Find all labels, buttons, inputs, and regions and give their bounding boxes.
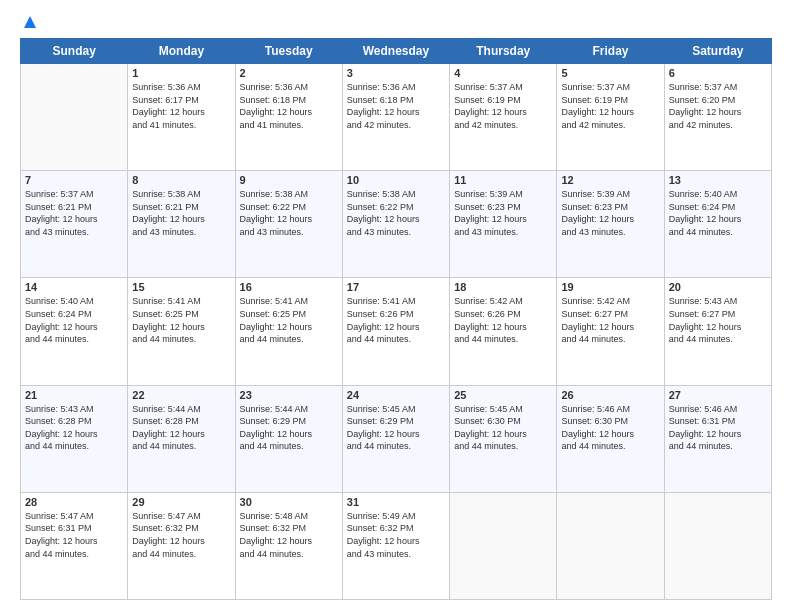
day-info: Sunrise: 5:45 AMSunset: 6:29 PMDaylight:… bbox=[347, 403, 445, 453]
day-info: Sunrise: 5:41 AMSunset: 6:26 PMDaylight:… bbox=[347, 295, 445, 345]
day-number: 19 bbox=[561, 281, 659, 293]
calendar-header-tuesday: Tuesday bbox=[235, 39, 342, 64]
day-info: Sunrise: 5:49 AMSunset: 6:32 PMDaylight:… bbox=[347, 510, 445, 560]
day-number: 14 bbox=[25, 281, 123, 293]
day-info: Sunrise: 5:43 AMSunset: 6:28 PMDaylight:… bbox=[25, 403, 123, 453]
calendar-cell: 6Sunrise: 5:37 AMSunset: 6:20 PMDaylight… bbox=[664, 64, 771, 171]
calendar-cell: 25Sunrise: 5:45 AMSunset: 6:30 PMDayligh… bbox=[450, 385, 557, 492]
calendar-week-row: 14Sunrise: 5:40 AMSunset: 6:24 PMDayligh… bbox=[21, 278, 772, 385]
day-number: 2 bbox=[240, 67, 338, 79]
day-number: 27 bbox=[669, 389, 767, 401]
calendar-header-friday: Friday bbox=[557, 39, 664, 64]
calendar-cell: 28Sunrise: 5:47 AMSunset: 6:31 PMDayligh… bbox=[21, 492, 128, 599]
day-info: Sunrise: 5:39 AMSunset: 6:23 PMDaylight:… bbox=[454, 188, 552, 238]
day-info: Sunrise: 5:38 AMSunset: 6:22 PMDaylight:… bbox=[240, 188, 338, 238]
day-number: 23 bbox=[240, 389, 338, 401]
calendar-header-sunday: Sunday bbox=[21, 39, 128, 64]
calendar-cell: 8Sunrise: 5:38 AMSunset: 6:21 PMDaylight… bbox=[128, 171, 235, 278]
day-number: 25 bbox=[454, 389, 552, 401]
day-info: Sunrise: 5:38 AMSunset: 6:22 PMDaylight:… bbox=[347, 188, 445, 238]
calendar-header-thursday: Thursday bbox=[450, 39, 557, 64]
day-info: Sunrise: 5:45 AMSunset: 6:30 PMDaylight:… bbox=[454, 403, 552, 453]
day-info: Sunrise: 5:42 AMSunset: 6:27 PMDaylight:… bbox=[561, 295, 659, 345]
calendar-cell: 12Sunrise: 5:39 AMSunset: 6:23 PMDayligh… bbox=[557, 171, 664, 278]
day-info: Sunrise: 5:44 AMSunset: 6:28 PMDaylight:… bbox=[132, 403, 230, 453]
calendar-cell: 10Sunrise: 5:38 AMSunset: 6:22 PMDayligh… bbox=[342, 171, 449, 278]
day-info: Sunrise: 5:37 AMSunset: 6:19 PMDaylight:… bbox=[454, 81, 552, 131]
calendar-cell: 19Sunrise: 5:42 AMSunset: 6:27 PMDayligh… bbox=[557, 278, 664, 385]
day-info: Sunrise: 5:41 AMSunset: 6:25 PMDaylight:… bbox=[132, 295, 230, 345]
calendar-cell: 3Sunrise: 5:36 AMSunset: 6:18 PMDaylight… bbox=[342, 64, 449, 171]
calendar-cell: 31Sunrise: 5:49 AMSunset: 6:32 PMDayligh… bbox=[342, 492, 449, 599]
day-info: Sunrise: 5:36 AMSunset: 6:18 PMDaylight:… bbox=[347, 81, 445, 131]
calendar-cell: 26Sunrise: 5:46 AMSunset: 6:30 PMDayligh… bbox=[557, 385, 664, 492]
day-number: 31 bbox=[347, 496, 445, 508]
day-info: Sunrise: 5:44 AMSunset: 6:29 PMDaylight:… bbox=[240, 403, 338, 453]
calendar-header-saturday: Saturday bbox=[664, 39, 771, 64]
calendar-cell: 4Sunrise: 5:37 AMSunset: 6:19 PMDaylight… bbox=[450, 64, 557, 171]
calendar-cell: 20Sunrise: 5:43 AMSunset: 6:27 PMDayligh… bbox=[664, 278, 771, 385]
day-number: 6 bbox=[669, 67, 767, 79]
calendar-cell: 13Sunrise: 5:40 AMSunset: 6:24 PMDayligh… bbox=[664, 171, 771, 278]
day-number: 18 bbox=[454, 281, 552, 293]
day-number: 5 bbox=[561, 67, 659, 79]
day-info: Sunrise: 5:36 AMSunset: 6:18 PMDaylight:… bbox=[240, 81, 338, 131]
day-info: Sunrise: 5:39 AMSunset: 6:23 PMDaylight:… bbox=[561, 188, 659, 238]
logo bbox=[20, 16, 38, 28]
calendar-cell: 30Sunrise: 5:48 AMSunset: 6:32 PMDayligh… bbox=[235, 492, 342, 599]
calendar-cell: 22Sunrise: 5:44 AMSunset: 6:28 PMDayligh… bbox=[128, 385, 235, 492]
page: SundayMondayTuesdayWednesdayThursdayFrid… bbox=[0, 0, 792, 612]
day-number: 29 bbox=[132, 496, 230, 508]
calendar-week-row: 28Sunrise: 5:47 AMSunset: 6:31 PMDayligh… bbox=[21, 492, 772, 599]
day-number: 15 bbox=[132, 281, 230, 293]
calendar-cell: 29Sunrise: 5:47 AMSunset: 6:32 PMDayligh… bbox=[128, 492, 235, 599]
header bbox=[20, 16, 772, 28]
calendar-cell: 2Sunrise: 5:36 AMSunset: 6:18 PMDaylight… bbox=[235, 64, 342, 171]
calendar-cell: 23Sunrise: 5:44 AMSunset: 6:29 PMDayligh… bbox=[235, 385, 342, 492]
calendar-cell: 1Sunrise: 5:36 AMSunset: 6:17 PMDaylight… bbox=[128, 64, 235, 171]
day-info: Sunrise: 5:47 AMSunset: 6:31 PMDaylight:… bbox=[25, 510, 123, 560]
calendar-cell: 7Sunrise: 5:37 AMSunset: 6:21 PMDaylight… bbox=[21, 171, 128, 278]
svg-marker-0 bbox=[24, 16, 36, 28]
day-number: 1 bbox=[132, 67, 230, 79]
day-number: 16 bbox=[240, 281, 338, 293]
day-info: Sunrise: 5:42 AMSunset: 6:26 PMDaylight:… bbox=[454, 295, 552, 345]
calendar-cell: 17Sunrise: 5:41 AMSunset: 6:26 PMDayligh… bbox=[342, 278, 449, 385]
day-number: 30 bbox=[240, 496, 338, 508]
day-info: Sunrise: 5:40 AMSunset: 6:24 PMDaylight:… bbox=[669, 188, 767, 238]
day-info: Sunrise: 5:41 AMSunset: 6:25 PMDaylight:… bbox=[240, 295, 338, 345]
day-info: Sunrise: 5:37 AMSunset: 6:19 PMDaylight:… bbox=[561, 81, 659, 131]
calendar-week-row: 21Sunrise: 5:43 AMSunset: 6:28 PMDayligh… bbox=[21, 385, 772, 492]
day-number: 7 bbox=[25, 174, 123, 186]
day-number: 8 bbox=[132, 174, 230, 186]
day-number: 24 bbox=[347, 389, 445, 401]
calendar-header-row: SundayMondayTuesdayWednesdayThursdayFrid… bbox=[21, 39, 772, 64]
calendar-cell: 11Sunrise: 5:39 AMSunset: 6:23 PMDayligh… bbox=[450, 171, 557, 278]
calendar-cell: 18Sunrise: 5:42 AMSunset: 6:26 PMDayligh… bbox=[450, 278, 557, 385]
calendar-cell bbox=[664, 492, 771, 599]
day-number: 3 bbox=[347, 67, 445, 79]
calendar-header-monday: Monday bbox=[128, 39, 235, 64]
day-number: 22 bbox=[132, 389, 230, 401]
day-info: Sunrise: 5:36 AMSunset: 6:17 PMDaylight:… bbox=[132, 81, 230, 131]
calendar-cell: 16Sunrise: 5:41 AMSunset: 6:25 PMDayligh… bbox=[235, 278, 342, 385]
calendar-week-row: 7Sunrise: 5:37 AMSunset: 6:21 PMDaylight… bbox=[21, 171, 772, 278]
calendar-cell bbox=[450, 492, 557, 599]
day-number: 9 bbox=[240, 174, 338, 186]
day-number: 20 bbox=[669, 281, 767, 293]
logo-icon bbox=[22, 14, 38, 30]
day-info: Sunrise: 5:40 AMSunset: 6:24 PMDaylight:… bbox=[25, 295, 123, 345]
calendar-cell bbox=[21, 64, 128, 171]
day-number: 17 bbox=[347, 281, 445, 293]
day-number: 26 bbox=[561, 389, 659, 401]
day-info: Sunrise: 5:43 AMSunset: 6:27 PMDaylight:… bbox=[669, 295, 767, 345]
day-number: 13 bbox=[669, 174, 767, 186]
day-number: 21 bbox=[25, 389, 123, 401]
calendar-week-row: 1Sunrise: 5:36 AMSunset: 6:17 PMDaylight… bbox=[21, 64, 772, 171]
day-info: Sunrise: 5:46 AMSunset: 6:31 PMDaylight:… bbox=[669, 403, 767, 453]
day-info: Sunrise: 5:37 AMSunset: 6:21 PMDaylight:… bbox=[25, 188, 123, 238]
day-number: 12 bbox=[561, 174, 659, 186]
calendar-cell: 14Sunrise: 5:40 AMSunset: 6:24 PMDayligh… bbox=[21, 278, 128, 385]
day-number: 28 bbox=[25, 496, 123, 508]
day-number: 4 bbox=[454, 67, 552, 79]
